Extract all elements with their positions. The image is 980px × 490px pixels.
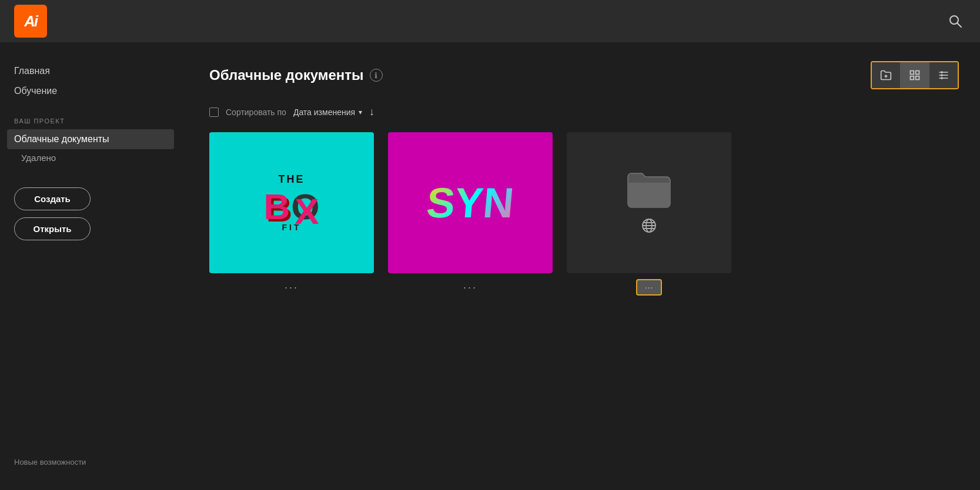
page-title: Облачные документы [209, 67, 364, 83]
folder-globe-icon [641, 218, 657, 237]
sort-dropdown[interactable]: Дата изменения ▾ [293, 108, 362, 117]
sort-row: Сортировать по Дата изменения ▾ ↓ [209, 106, 959, 118]
view-controls [871, 61, 959, 89]
sidebar-item-cloud[interactable]: Облачные документы [7, 129, 174, 149]
document-card-3[interactable]: ··· [567, 132, 731, 294]
create-button[interactable]: Создать [14, 187, 91, 210]
sort-label: Сортировать по [226, 108, 286, 117]
svg-rect-6 [911, 76, 914, 80]
topbar: Ai [0, 0, 980, 42]
doc-more-button-2[interactable]: ··· [457, 279, 483, 296]
doc-actions-1: ··· [209, 280, 374, 294]
doc-actions-3: ··· [567, 280, 731, 294]
svg-rect-12 [941, 74, 943, 76]
search-button[interactable] [945, 11, 966, 32]
grid-view-button[interactable] [901, 62, 929, 88]
svg-line-1 [958, 24, 962, 28]
list-view-button[interactable] [929, 62, 958, 88]
sidebar-item-home[interactable]: Главная [14, 61, 174, 81]
add-folder-button[interactable] [872, 62, 900, 88]
content-header: Облачные документы ℹ [209, 61, 959, 89]
sidebar-item-deleted[interactable]: Удалено [14, 149, 174, 166]
syn-text: SYN [425, 182, 516, 224]
sidebar-bottom-link[interactable]: Новые возможности [14, 458, 174, 471]
open-button[interactable]: Открыть [14, 217, 91, 240]
doc-actions-2: ··· [388, 280, 553, 294]
sidebar-section-label: ВАШ ПРОЕКТ [14, 118, 174, 125]
document-thumbnail-3 [567, 132, 731, 273]
document-thumbnail-1: The B O X FIT [209, 132, 374, 273]
syn-thumb: SYN [388, 132, 553, 273]
sort-dropdown-arrow: ▾ [359, 108, 362, 116]
svg-rect-4 [911, 71, 914, 75]
svg-rect-5 [916, 71, 919, 75]
doc-more-button-1[interactable]: ··· [279, 279, 305, 296]
sidebar-item-learn[interactable]: Обучение [14, 81, 174, 101]
document-card-1[interactable]: The B O X FIT [209, 132, 374, 294]
main-area: Главная Обучение ВАШ ПРОЕКТ Облачные док… [0, 42, 980, 490]
folder-thumb [626, 169, 673, 237]
select-all-checkbox[interactable] [209, 108, 219, 117]
svg-rect-11 [941, 71, 943, 73]
svg-rect-13 [941, 77, 943, 79]
document-grid: The B O X FIT [209, 132, 959, 294]
sort-field-label: Дата изменения [293, 108, 355, 117]
sidebar-buttons: Создать Открыть [14, 187, 174, 240]
document-card-2[interactable]: SYN ··· [388, 132, 553, 294]
document-thumbnail-2: SYN [388, 132, 553, 273]
sidebar: Главная Обучение ВАШ ПРОЕКТ Облачные док… [0, 42, 188, 490]
svg-rect-7 [916, 76, 919, 80]
box-thumb: The B O X FIT [209, 132, 374, 273]
app-logo: Ai [14, 5, 47, 38]
info-icon[interactable]: ℹ [370, 69, 383, 82]
content-title-row: Облачные документы ℹ [209, 67, 383, 83]
sort-direction-button[interactable]: ↓ [369, 106, 374, 118]
content-area: Облачные документы ℹ [188, 42, 980, 490]
doc-more-button-3[interactable]: ··· [636, 279, 662, 296]
